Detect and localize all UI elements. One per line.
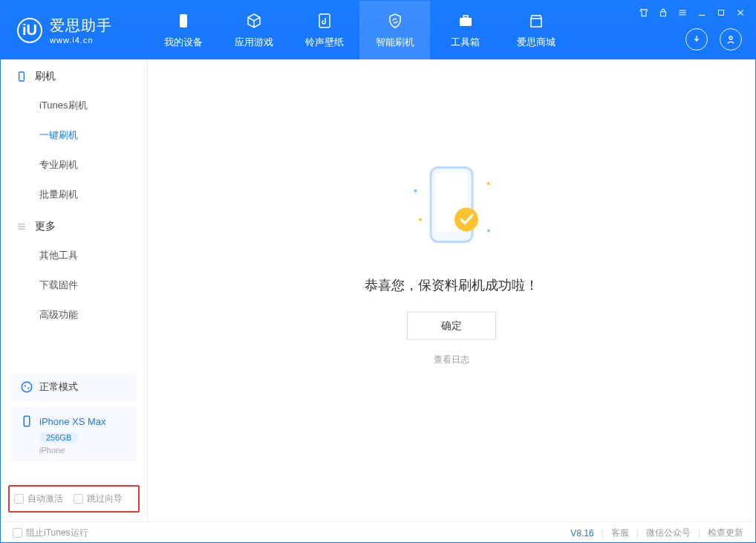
checkbox-auto-activate[interactable]: 自动激活 <box>14 492 63 505</box>
sidebar-item-advanced[interactable]: 高级功能 <box>1 300 147 330</box>
svg-point-26 <box>487 229 490 232</box>
status-left: 阻止iTunes运行 <box>13 527 88 539</box>
sidebar-item-download-firmware[interactable]: 下载固件 <box>1 270 147 300</box>
device-panels: 正常模式 iPhone XS Max 256GB iPhone <box>11 373 137 468</box>
nav-tab-label: 爱思商城 <box>517 36 555 49</box>
svg-point-20 <box>27 387 29 388</box>
status-right: V8.16 | 客服 | 微信公众号 | 检查更新 <box>570 527 743 539</box>
close-icon[interactable] <box>734 7 746 19</box>
svg-point-19 <box>25 385 26 386</box>
device-panel[interactable]: iPhone XS Max 256GB iPhone <box>11 407 137 462</box>
checkbox-icon <box>14 494 24 504</box>
nav-tab-my-device[interactable]: 我的设备 <box>148 1 218 59</box>
tshirt-icon[interactable] <box>638 7 650 19</box>
minimize-icon[interactable] <box>696 7 708 19</box>
mode-panel[interactable]: 正常模式 <box>11 373 137 401</box>
nav-tab-label: 我的设备 <box>164 36 203 49</box>
status-bar: 阻止iTunes运行 V8.16 | 客服 | 微信公众号 | 检查更新 <box>1 521 755 543</box>
nav-tab-label: 应用游戏 <box>235 36 273 49</box>
toolbox-icon <box>457 12 475 30</box>
device-icon <box>20 414 33 428</box>
nav-tab-apps[interactable]: 应用游戏 <box>218 1 289 59</box>
success-illustration <box>400 160 504 256</box>
svg-point-18 <box>22 382 32 392</box>
device-type: iPhone <box>39 446 128 455</box>
device-storage-badge: 256GB <box>39 432 78 443</box>
device-name: iPhone XS Max <box>39 416 106 427</box>
checkbox-label: 自动激活 <box>27 492 63 505</box>
maximize-icon[interactable] <box>715 7 727 19</box>
checkbox-block-itunes[interactable]: 阻止iTunes运行 <box>13 527 88 539</box>
svg-point-25 <box>419 218 422 221</box>
list-icon <box>16 221 27 233</box>
sidebar-section-more: 更多 <box>1 209 147 241</box>
download-button[interactable] <box>685 28 708 51</box>
normal-mode-icon <box>20 380 33 394</box>
sidebar-item-other-tools[interactable]: 其他工具 <box>1 241 147 270</box>
svg-rect-0 <box>180 14 187 27</box>
checkbox-label: 阻止iTunes运行 <box>26 527 88 539</box>
phone-icon <box>16 71 27 82</box>
svg-point-13 <box>729 36 732 39</box>
shield-sync-icon <box>386 12 404 30</box>
sidebar-item-oneclick-flash[interactable]: 一键刷机 <box>1 120 147 150</box>
success-title: 恭喜您，保资料刷机成功啦！ <box>365 276 538 293</box>
svg-rect-10 <box>719 10 724 16</box>
app-title: 爱思助手 <box>50 16 112 36</box>
sidebar-section-flash: 刷机 <box>1 59 147 91</box>
app-subtitle: www.i4.cn <box>50 36 112 45</box>
menu-icon[interactable] <box>677 7 688 19</box>
sidebar: 刷机 iTunes刷机 一键刷机 专业刷机 批量刷机 更多 其他工具 下载固件 … <box>1 59 148 521</box>
main-content: 恭喜您，保资料刷机成功啦！ 确定 查看日志 <box>148 59 755 521</box>
view-log-link[interactable]: 查看日志 <box>434 353 469 365</box>
customer-service-link[interactable]: 客服 <box>611 527 629 539</box>
svg-rect-21 <box>24 416 30 426</box>
svg-rect-2 <box>460 18 472 26</box>
store-icon <box>527 12 545 30</box>
svg-rect-5 <box>661 12 666 16</box>
sidebar-item-pro-flash[interactable]: 专业刷机 <box>1 150 147 180</box>
svg-rect-1 <box>319 14 330 27</box>
separator: | <box>602 528 604 539</box>
checkbox-label: 跳过向导 <box>87 492 123 505</box>
nav-tab-label: 工具箱 <box>451 36 480 49</box>
wechat-link[interactable]: 微信公众号 <box>646 527 691 539</box>
app-logo-icon: iU <box>17 18 42 43</box>
cube-icon <box>245 12 263 30</box>
nav-tab-ringtones[interactable]: 铃声壁纸 <box>289 1 359 59</box>
nav-tab-label: 铃声壁纸 <box>305 36 344 49</box>
sidebar-section-title: 更多 <box>35 220 56 233</box>
checkbox-skip-guide[interactable]: 跳过向导 <box>74 492 123 505</box>
checkbox-icon <box>13 528 22 538</box>
mode-label: 正常模式 <box>39 380 78 394</box>
bottom-options: 自动激活 跳过向导 <box>8 485 140 513</box>
app-header: iU 爱思助手 www.i4.cn 我的设备 应用游戏 铃声壁纸 智能刷机 工具… <box>1 1 755 59</box>
logo-text: 爱思助手 www.i4.cn <box>50 16 112 45</box>
logo-area: iU 爱思助手 www.i4.cn <box>1 16 148 45</box>
nav-tab-label: 智能刷机 <box>376 36 414 49</box>
device-icon <box>175 12 192 30</box>
version-label[interactable]: V8.16 <box>570 528 593 539</box>
nav-tab-toolbox[interactable]: 工具箱 <box>430 1 501 59</box>
music-file-icon <box>316 12 333 30</box>
separator: | <box>698 528 700 539</box>
titlebar-controls <box>638 7 746 19</box>
svg-rect-3 <box>463 16 468 18</box>
success-panel: 恭喜您，保资料刷机成功啦！ 确定 查看日志 <box>365 160 538 365</box>
confirm-button[interactable]: 确定 <box>407 311 496 339</box>
nav-tab-store[interactable]: 爱思商城 <box>501 1 571 59</box>
svg-point-24 <box>454 207 478 231</box>
svg-rect-4 <box>531 19 541 27</box>
separator: | <box>636 528 639 539</box>
user-button[interactable] <box>720 28 742 51</box>
nav-tab-flash[interactable]: 智能刷机 <box>359 1 430 59</box>
nav-tabs: 我的设备 应用游戏 铃声壁纸 智能刷机 工具箱 爱思商城 <box>148 1 571 59</box>
sidebar-section-title: 刷机 <box>35 70 56 83</box>
svg-rect-14 <box>19 72 25 81</box>
header-right-buttons <box>685 28 742 51</box>
sidebar-item-itunes-flash[interactable]: iTunes刷机 <box>1 91 147 120</box>
checkbox-icon <box>74 494 83 504</box>
lock-icon[interactable] <box>657 7 669 19</box>
check-update-link[interactable]: 检查更新 <box>708 527 743 539</box>
sidebar-item-batch-flash[interactable]: 批量刷机 <box>1 180 147 209</box>
